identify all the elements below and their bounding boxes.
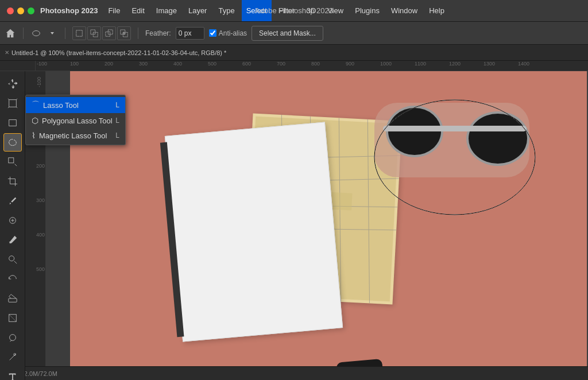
title-bar: Photoshop 2023 File Edit Image Layer Typ… (0, 0, 588, 22)
lasso-icon: ⌒ (32, 100, 40, 110)
ruler-tick: 400 (173, 61, 182, 67)
svg-line-13 (16, 107, 17, 108)
gradient-tool-btn[interactable] (3, 309, 22, 327)
svg-line-11 (16, 99, 17, 100)
eyedropper-btn[interactable] (3, 192, 22, 210)
dodge-tool-btn[interactable] (3, 328, 22, 347)
home-icon[interactable] (5, 28, 16, 39)
close-button[interactable] (7, 7, 14, 14)
separator-3 (138, 28, 138, 39)
healing-brush-btn[interactable] (3, 211, 22, 230)
menu-file[interactable]: File (103, 0, 125, 21)
selection-outline-svg (363, 88, 547, 226)
ruler-tick: 800 (311, 61, 320, 67)
canvas-photo[interactable]: NOVE MESTO (70, 71, 587, 380)
rectangular-marquee-btn[interactable] (3, 114, 22, 132)
ruler-tick: 300 (139, 61, 148, 67)
menu-window[interactable]: Window (386, 0, 422, 21)
separator-1 (23, 28, 24, 39)
maximize-button[interactable] (28, 7, 34, 14)
selection-mode-icons (72, 26, 131, 40)
notebook (165, 122, 343, 342)
toolbar (0, 71, 25, 380)
lasso-shortcut: L (115, 101, 119, 109)
ruler-tick: 500 (208, 61, 216, 67)
menu-plugins[interactable]: Plugins (350, 0, 384, 21)
menu-edit[interactable]: Edit (127, 0, 149, 21)
select-and-mask-button[interactable]: Select and Mask... (252, 26, 323, 41)
magnetic-lasso-label: Magnetic Lasso Tool (39, 131, 107, 140)
ruler-tick: -100 (37, 61, 47, 67)
type-tool-btn[interactable] (3, 367, 22, 380)
new-selection-btn[interactable] (72, 26, 86, 40)
history-brush-btn[interactable] (3, 270, 22, 288)
menu-help[interactable]: Help (424, 0, 449, 21)
intersect-selection-btn[interactable] (117, 26, 131, 40)
polygonal-lasso-item[interactable]: ⬡ Polygonal Lasso Tool L (26, 113, 125, 128)
magnetic-lasso-item[interactable]: ⌇ Magnetic Lasso Tool L (26, 128, 125, 143)
traffic-lights (0, 7, 34, 14)
menu-image[interactable]: Image (152, 0, 181, 21)
svg-line-12 (7, 107, 9, 108)
separator-2 (65, 28, 65, 39)
svg-point-41 (374, 100, 535, 215)
svg-rect-14 (9, 120, 16, 126)
tab-bar: ✕ Untitled-1 @ 100% (travel-items-concep… (0, 45, 588, 61)
brush-tool-btn[interactable] (3, 231, 22, 249)
feather-label: Feather: (145, 29, 171, 37)
anti-alias-label: Anti-alias (219, 29, 247, 37)
add-selection-btn[interactable] (87, 26, 101, 40)
ruler-tick: 1400 (518, 61, 529, 67)
svg-rect-20 (8, 298, 16, 302)
menu-type[interactable]: Type (214, 0, 239, 21)
ruler-tick: 700 (277, 61, 285, 67)
magnetic-lasso-icon: ⌇ (32, 131, 36, 140)
subtract-selection-btn[interactable] (102, 26, 116, 40)
svg-point-19 (9, 256, 14, 261)
notebook-lines (175, 134, 336, 329)
ruler-tick: 100 (70, 61, 79, 67)
ruler-top: -100 100 200 300 400 500 600 700 800 900… (36, 61, 588, 71)
artboard-tool-btn[interactable] (3, 94, 22, 113)
menu-layer[interactable]: Layer (184, 0, 212, 21)
lasso-tool-icon[interactable] (30, 28, 42, 39)
lasso-tool-popup: ⌒ Lasso Tool L ⬡ Polygonal Lasso Tool L … (25, 95, 126, 145)
crop-tool-btn[interactable] (3, 172, 22, 191)
polygonal-lasso-label: Polygonal Lasso Tool (42, 117, 113, 125)
lasso-tool-btn[interactable] (3, 133, 22, 152)
polygonal-lasso-shortcut: L (115, 117, 119, 125)
move-tool-btn[interactable] (3, 75, 22, 93)
svg-point-42 (374, 100, 535, 215)
anti-alias-checkbox[interactable] (209, 29, 216, 37)
svg-rect-9 (9, 100, 16, 107)
clone-stamp-btn[interactable] (3, 250, 22, 269)
magnetic-lasso-shortcut: L (115, 131, 119, 139)
svg-point-22 (9, 335, 16, 341)
ruler-tick: 600 (242, 61, 251, 67)
svg-rect-8 (123, 32, 125, 34)
pen-tool-btn[interactable] (3, 348, 22, 366)
lasso-tool-label: Lasso Tool (43, 101, 79, 110)
options-bar: Feather: Anti-alias Select and Mask... (0, 22, 588, 45)
lasso-dropdown-icon[interactable] (47, 28, 58, 39)
eraser-btn[interactable] (3, 289, 22, 308)
ruler-tick: 1100 (415, 61, 426, 67)
anti-alias-checkbox-group[interactable]: Anti-alias (209, 29, 247, 37)
ruler-tick: 900 (346, 61, 354, 67)
tab-close-button[interactable]: ✕ (5, 49, 9, 56)
object-selection-btn[interactable] (3, 153, 22, 171)
ruler-tick: 200 (105, 61, 113, 67)
lasso-tool-item[interactable]: ⌒ Lasso Tool L (26, 97, 125, 113)
svg-line-10 (7, 99, 9, 100)
window-title: Adobe Photoshop 2023 (255, 6, 333, 15)
minimize-button[interactable] (17, 7, 24, 14)
status-bar: Doc: 72.0M/72.0M (0, 366, 588, 380)
svg-rect-1 (76, 30, 83, 36)
feather-input[interactable] (176, 27, 204, 40)
svg-rect-15 (8, 158, 13, 163)
polygonal-lasso-icon: ⬡ (32, 116, 38, 125)
tab-label: Untitled-1 @ 100% (travel-items-concept-… (11, 49, 226, 56)
ruler-tick: 1300 (483, 61, 495, 67)
svg-point-0 (33, 30, 40, 36)
ruler-tick: 1200 (449, 61, 461, 67)
